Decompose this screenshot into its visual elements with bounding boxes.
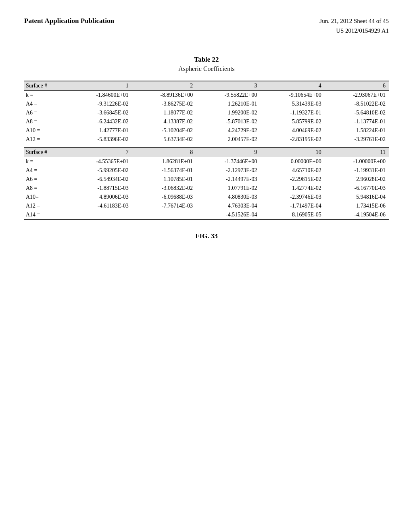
row-val: -2.83195E-02 bbox=[260, 135, 324, 144]
row-label: A12 = bbox=[24, 202, 68, 210]
row-val bbox=[68, 210, 132, 220]
header-left-text: Patent Application Publication bbox=[24, 17, 114, 25]
row-label: A10= bbox=[24, 193, 68, 202]
row-val: -1.19931E-01 bbox=[325, 166, 389, 175]
row-val: -7.76714E-03 bbox=[132, 202, 196, 210]
row-label: A4 = bbox=[24, 100, 68, 108]
row-val: -8.89136E+00 bbox=[132, 91, 196, 100]
table-subtitle: Aspheric Coefficients bbox=[24, 65, 389, 73]
table-row: A12 = -5.83396E-02 5.63734E-02 2.00457E-… bbox=[24, 135, 389, 144]
row-val: -3.86275E-02 bbox=[132, 100, 196, 108]
row-val: -4.61183E-03 bbox=[68, 202, 132, 210]
table-row: A10 = 1.42777E-01 -5.10204E-02 4.24729E-… bbox=[24, 126, 389, 135]
row-val: 1.42777E-01 bbox=[68, 126, 132, 135]
row-val: -8.51022E-02 bbox=[325, 100, 389, 108]
row-val: 4.65710E-02 bbox=[260, 166, 324, 175]
publication-title: Patent Application Publication bbox=[24, 16, 114, 26]
row-val: -1.56374E-01 bbox=[132, 166, 196, 175]
row-val: 4.80830E-03 bbox=[196, 193, 260, 202]
row-val: 1.10785E-01 bbox=[132, 175, 196, 184]
row-val: -1.00000E+00 bbox=[325, 157, 389, 166]
page-header: Patent Application Publication Jun. 21, … bbox=[0, 0, 413, 44]
table-row: A10= 4.89006E-03 -6.09688E-03 4.80830E-0… bbox=[24, 193, 389, 202]
row-label: A6 = bbox=[24, 108, 68, 117]
row-val: -6.54934E-02 bbox=[68, 175, 132, 184]
row-val: -2.93067E+01 bbox=[325, 91, 389, 100]
figure-label: FIG. 33 bbox=[24, 232, 389, 240]
row-val bbox=[132, 210, 196, 220]
row-val: 1.86281E+01 bbox=[132, 157, 196, 166]
row-label: A14 = bbox=[24, 210, 68, 220]
sec2-col8: 8 bbox=[132, 148, 196, 157]
row-label: A4 = bbox=[24, 166, 68, 175]
row-val: 5.85799E-02 bbox=[260, 117, 324, 126]
row-label: k = bbox=[24, 91, 68, 100]
row-val: 1.58224E-01 bbox=[325, 126, 389, 135]
row-label: A8 = bbox=[24, 117, 68, 126]
row-val: 5.94816E-04 bbox=[325, 193, 389, 202]
row-val: 1.42774E-02 bbox=[260, 184, 324, 193]
row-val: -4.55365E+01 bbox=[68, 157, 132, 166]
row-val: -9.31226E-02 bbox=[68, 100, 132, 108]
row-val: -2.29815E-02 bbox=[260, 175, 324, 184]
row-val: -5.10204E-02 bbox=[132, 126, 196, 135]
row-val: -4.19504E-06 bbox=[325, 210, 389, 220]
sec1-col3: 3 bbox=[196, 81, 260, 91]
table-row: A14 = -4.51526E-04 8.16905E-05 -4.19504E… bbox=[24, 210, 389, 220]
row-val: 8.16905E-05 bbox=[260, 210, 324, 220]
row-val: -2.14497E-03 bbox=[196, 175, 260, 184]
row-val: -5.83396E-02 bbox=[68, 135, 132, 144]
sec2-col11: 11 bbox=[325, 148, 389, 157]
row-val: -5.87013E-02 bbox=[196, 117, 260, 126]
row-val: 2.96028E-02 bbox=[325, 175, 389, 184]
row-val: -3.66845E-02 bbox=[68, 108, 132, 117]
row-val: -9.10654E+00 bbox=[260, 91, 324, 100]
row-val: -1.88715E-03 bbox=[68, 184, 132, 193]
aspheric-table: Surface # 1 2 3 4 6 k = -1.84600E+01 -8.… bbox=[24, 81, 389, 220]
row-val: 1.07791E-02 bbox=[196, 184, 260, 193]
sec1-col4: 4 bbox=[260, 81, 324, 91]
row-val: -9.55822E+00 bbox=[196, 91, 260, 100]
section1-header-row: Surface # 1 2 3 4 6 bbox=[24, 81, 389, 91]
row-val: -5.99205E-02 bbox=[68, 166, 132, 175]
sec1-col2: 2 bbox=[132, 81, 196, 91]
table-row: A4 = -5.99205E-02 -1.56374E-01 -2.12973E… bbox=[24, 166, 389, 175]
row-val: -4.51526E-04 bbox=[196, 210, 260, 220]
table-row: A12 = -4.61183E-03 -7.76714E-03 4.76303E… bbox=[24, 202, 389, 210]
row-val: 4.76303E-04 bbox=[196, 202, 260, 210]
row-val: 1.26210E-01 bbox=[196, 100, 260, 108]
row-val: 2.00457E-02 bbox=[196, 135, 260, 144]
row-val: -1.37446E+00 bbox=[196, 157, 260, 166]
sec2-col0: Surface # bbox=[24, 148, 68, 157]
table-row: A6 = -6.54934E-02 1.10785E-01 -2.14497E-… bbox=[24, 175, 389, 184]
row-val: 5.31439E-03 bbox=[260, 100, 324, 108]
row-label: A12 = bbox=[24, 135, 68, 144]
row-val: 1.73415E-06 bbox=[325, 202, 389, 210]
row-val: -1.19327E-01 bbox=[260, 108, 324, 117]
table-row: A4 = -9.31226E-02 -3.86275E-02 1.26210E-… bbox=[24, 100, 389, 108]
row-val: -3.29761E-02 bbox=[325, 135, 389, 144]
table-row: A8 = -6.24432E-02 4.13387E-02 -5.87013E-… bbox=[24, 117, 389, 126]
row-val: -6.16770E-03 bbox=[325, 184, 389, 193]
row-label: k = bbox=[24, 157, 68, 166]
main-content: Table 22 Aspheric Coefficients Surface #… bbox=[0, 44, 413, 256]
section2-header-row: Surface # 7 8 9 10 11 bbox=[24, 148, 389, 157]
sec1-col0: Surface # bbox=[24, 81, 68, 91]
row-val: -3.06832E-02 bbox=[132, 184, 196, 193]
row-val: -2.39746E-03 bbox=[260, 193, 324, 202]
row-val: -6.24432E-02 bbox=[68, 117, 132, 126]
row-val: 4.24729E-02 bbox=[196, 126, 260, 135]
table-row: A6 = -3.66845E-02 1.18077E-02 1.99200E-0… bbox=[24, 108, 389, 117]
row-label: A8 = bbox=[24, 184, 68, 193]
row-label: A6 = bbox=[24, 175, 68, 184]
table-row: A8 = -1.88715E-03 -3.06832E-02 1.07791E-… bbox=[24, 184, 389, 193]
table-row: k = -1.84600E+01 -8.89136E+00 -9.55822E+… bbox=[24, 91, 389, 100]
row-val: -1.71497E-04 bbox=[260, 202, 324, 210]
spacer-row bbox=[24, 144, 389, 148]
row-val: 1.99200E-02 bbox=[196, 108, 260, 117]
sec2-col9: 9 bbox=[196, 148, 260, 157]
row-val: -2.12973E-02 bbox=[196, 166, 260, 175]
header-date-sheet: Jun. 21, 2012 Sheet 44 of 45 bbox=[319, 16, 389, 26]
table-title: Table 22 bbox=[24, 56, 389, 64]
row-val: -1.13774E-01 bbox=[325, 117, 389, 126]
